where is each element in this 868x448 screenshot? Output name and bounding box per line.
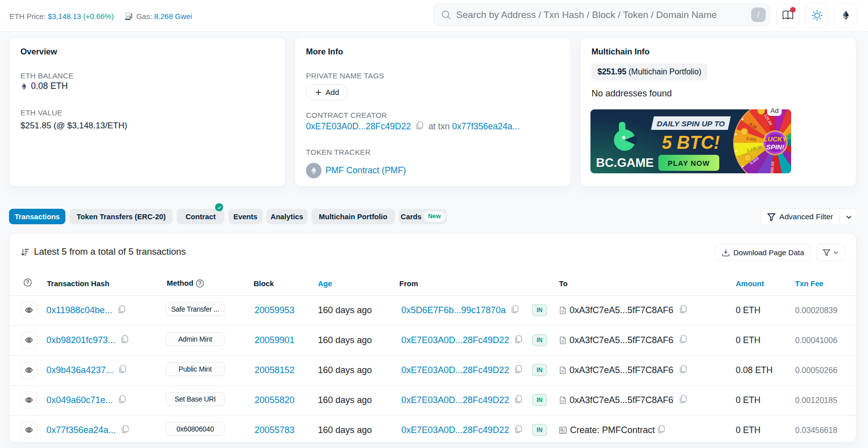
svg-text:?: ? [26, 279, 29, 285]
svg-text:SPIN!: SPIN! [766, 143, 785, 151]
svg-text:5 BTC!: 5 BTC! [662, 132, 720, 153]
svg-text:BC.GAME: BC.GAME [596, 156, 654, 169]
svg-text:DAILY SPIN UP TO: DAILY SPIN UP TO [657, 119, 725, 128]
svg-text:?: ? [198, 280, 201, 286]
svg-text:PLAY NOW: PLAY NOW [668, 159, 710, 167]
svg-text:LUCKY: LUCKY [764, 135, 788, 143]
